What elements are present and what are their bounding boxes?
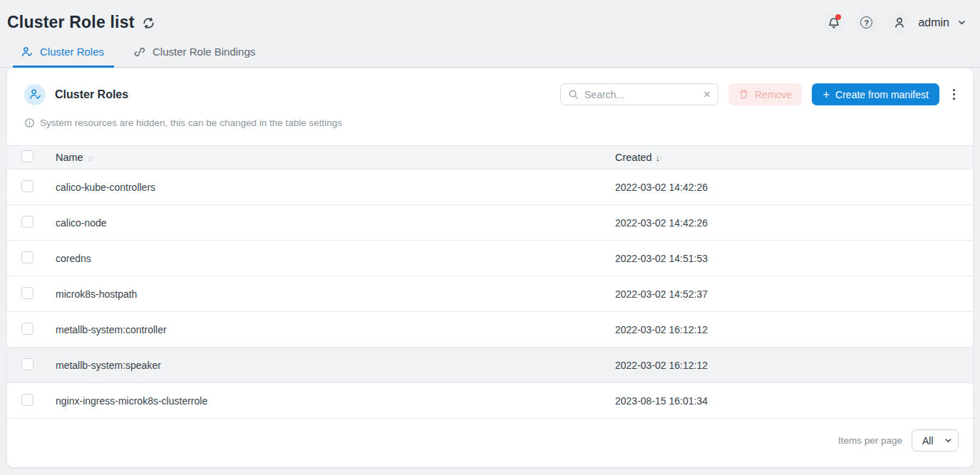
sort-asc-icon: ↑ xyxy=(90,152,93,163)
info-icon xyxy=(24,118,35,128)
create-from-manifest-button[interactable]: + Create from manifest xyxy=(812,83,939,105)
create-label: Create from manifest xyxy=(835,89,929,100)
trash-icon xyxy=(738,89,749,100)
clear-search-icon[interactable]: × xyxy=(703,88,711,100)
row-created: 2022-03-02 14:51:53 xyxy=(615,253,973,264)
notification-dot xyxy=(835,14,841,20)
help-icon: ? xyxy=(860,16,872,28)
info-text: System resources are hidden, this can be… xyxy=(40,118,342,128)
cluster-roles-icon xyxy=(24,84,46,105)
kebab-menu-button[interactable] xyxy=(949,85,959,104)
page-title: Cluster Role list xyxy=(7,13,135,32)
row-checkbox[interactable] xyxy=(21,251,33,263)
cluster-roles-panel: Cluster Roles × Remove + Create from man… xyxy=(7,68,973,467)
column-header-name[interactable]: Name↓↑ xyxy=(56,152,615,163)
row-checkbox[interactable] xyxy=(21,323,33,335)
items-per-page-select-wrap: All xyxy=(912,429,959,451)
row-checkbox[interactable] xyxy=(21,358,33,370)
row-created: 2022-03-02 16:12:12 xyxy=(615,324,973,335)
select-all-checkbox[interactable] xyxy=(21,150,33,162)
items-per-page-select[interactable]: All xyxy=(912,429,959,451)
table-row[interactable]: coredns 2022-03-02 14:51:53 xyxy=(7,241,973,276)
row-name: metallb-system:speaker xyxy=(56,360,615,371)
row-name: calico-kube-controllers xyxy=(56,182,615,193)
row-name: metallb-system:controller xyxy=(56,324,615,335)
row-created: 2022-03-02 14:42:26 xyxy=(615,217,973,229)
row-checkbox[interactable] xyxy=(21,287,33,299)
search-icon xyxy=(568,89,579,100)
row-created: 2022-03-02 16:12:12 xyxy=(615,360,973,371)
notifications-button[interactable] xyxy=(822,11,845,34)
username[interactable]: admin xyxy=(918,16,949,29)
search-box: × xyxy=(560,83,718,105)
row-checkbox[interactable] xyxy=(21,180,33,192)
row-checkbox[interactable] xyxy=(21,216,33,228)
table-footer: Items per page All xyxy=(7,419,973,451)
table-row[interactable]: nginx-ingress-microk8s-clusterrole 2023-… xyxy=(7,383,973,419)
tab-label: Cluster Roles xyxy=(40,46,104,58)
tab-cluster-roles[interactable]: Cluster Roles xyxy=(13,46,114,68)
panel-title: Cluster Roles xyxy=(55,88,128,101)
table-row[interactable]: metallb-system:speaker 2022-03-02 16:12:… xyxy=(7,348,973,383)
table-body: calico-kube-controllers 2022-03-02 14:42… xyxy=(7,169,973,419)
remove-button[interactable]: Remove xyxy=(728,83,802,105)
table-header: Name↓↑ Created↓↑ xyxy=(7,145,973,169)
user-avatar-button[interactable] xyxy=(887,11,911,34)
row-created: 2022-03-02 14:42:26 xyxy=(615,182,973,193)
row-checkbox[interactable] xyxy=(21,394,33,406)
cluster-roles-table: Name↓↑ Created↓↑ calico-kube-controllers… xyxy=(7,145,973,419)
table-row[interactable]: calico-kube-controllers 2022-03-02 14:42… xyxy=(7,169,973,205)
row-name: calico-node xyxy=(56,217,615,229)
chevron-down-icon[interactable] xyxy=(956,17,967,28)
row-name: microk8s-hostpath xyxy=(56,288,615,300)
search-input[interactable] xyxy=(584,89,698,100)
tab-label: Cluster Role Bindings xyxy=(153,46,255,58)
table-row[interactable]: microk8s-hostpath 2022-03-02 14:52:37 xyxy=(7,276,973,312)
tab-cluster-role-bindings[interactable]: Cluster Role Bindings xyxy=(125,46,265,68)
person-icon xyxy=(893,16,906,29)
refresh-icon[interactable] xyxy=(142,16,155,30)
link-icon xyxy=(134,46,145,58)
remove-label: Remove xyxy=(755,89,792,100)
page-header: Cluster Role list ? admin xyxy=(0,0,980,36)
sort-asc-icon: ↑ xyxy=(659,152,662,163)
tab-bar: Cluster Roles Cluster Role Bindings xyxy=(0,36,980,68)
items-per-page-label: Items per page xyxy=(838,435,902,446)
person-check-icon xyxy=(21,46,33,58)
column-header-created[interactable]: Created↓↑ xyxy=(615,152,973,163)
table-row[interactable]: metallb-system:controller 2022-03-02 16:… xyxy=(7,312,973,348)
info-note: System resources are hidden, this can be… xyxy=(24,118,973,128)
help-button[interactable]: ? xyxy=(855,11,878,34)
plus-icon: + xyxy=(822,88,830,100)
row-name: coredns xyxy=(56,253,615,264)
row-created: 2023-08-15 16:01:34 xyxy=(615,395,973,407)
table-row[interactable]: calico-node 2022-03-02 14:42:26 xyxy=(7,205,973,241)
row-created: 2022-03-02 14:52:37 xyxy=(615,288,973,300)
row-name: nginx-ingress-microk8s-clusterrole xyxy=(56,395,615,407)
user-menu[interactable]: admin xyxy=(887,11,967,34)
